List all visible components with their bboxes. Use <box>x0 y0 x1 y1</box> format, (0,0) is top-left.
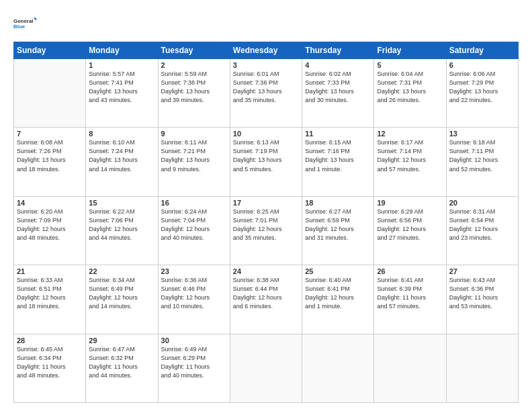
calendar-day-cell: 24Sunrise: 6:38 AMSunset: 6:44 PMDayligh… <box>230 265 302 334</box>
calendar-day-cell: 26Sunrise: 6:41 AMSunset: 6:39 PMDayligh… <box>374 265 446 334</box>
day-number: 5 <box>377 61 443 69</box>
day-info-line: and 52 minutes. <box>449 165 515 174</box>
day-info-line: and 23 minutes. <box>449 234 515 242</box>
day-info-line: Daylight: 13 hours <box>17 156 83 165</box>
day-info-line: and 22 minutes. <box>449 96 515 105</box>
day-info-line: Sunset: 7:21 PM <box>161 147 227 156</box>
calendar-day-cell: 9Sunrise: 6:11 AMSunset: 7:21 PMDaylight… <box>158 128 230 196</box>
day-info-line: Sunset: 7:31 PM <box>377 79 443 87</box>
day-number: 21 <box>17 267 83 275</box>
day-info-line: and 57 minutes. <box>377 165 443 174</box>
calendar-day-cell <box>302 334 374 402</box>
calendar-day-cell: 18Sunrise: 6:27 AMSunset: 6:59 PMDayligh… <box>302 196 374 265</box>
day-info-line: Daylight: 13 hours <box>449 87 515 96</box>
day-info-line: Daylight: 12 hours <box>305 225 371 234</box>
calendar-week-row: 7Sunrise: 6:08 AMSunset: 7:26 PMDaylight… <box>14 128 519 196</box>
day-info-line: Daylight: 13 hours <box>233 156 299 165</box>
day-info-line: Sunset: 7:26 PM <box>17 147 83 156</box>
day-info-line: Daylight: 12 hours <box>305 293 371 302</box>
page-header: General Blue <box>13 12 519 35</box>
day-info-line: Daylight: 12 hours <box>17 225 83 234</box>
day-info-line: Sunrise: 6:18 AM <box>449 138 515 147</box>
day-info-line: Sunrise: 6:41 AM <box>377 276 443 285</box>
calendar-day-cell <box>446 334 518 402</box>
day-number: 16 <box>161 199 227 207</box>
day-info-line: Sunrise: 6:01 AM <box>233 70 299 79</box>
calendar-day-cell: 29Sunrise: 6:47 AMSunset: 6:32 PMDayligh… <box>86 334 158 402</box>
day-info-line: Sunrise: 6:11 AM <box>161 138 227 147</box>
day-info-line: Sunrise: 6:17 AM <box>377 138 443 147</box>
day-info-line: Sunrise: 6:31 AM <box>449 208 515 216</box>
day-number: 23 <box>161 267 227 275</box>
day-info-line: and 30 minutes. <box>305 96 371 105</box>
day-info-line: Daylight: 12 hours <box>377 156 443 165</box>
day-info-line: Daylight: 13 hours <box>89 156 154 165</box>
day-info-line: and 5 minutes. <box>233 165 299 174</box>
day-info-line: Daylight: 12 hours <box>449 156 515 165</box>
calendar-day-cell: 11Sunrise: 6:15 AMSunset: 7:16 PMDayligh… <box>302 128 374 196</box>
day-info-line: Daylight: 12 hours <box>17 293 83 302</box>
day-info-line: Sunrise: 6:25 AM <box>233 208 299 216</box>
calendar-day-cell: 7Sunrise: 6:08 AMSunset: 7:26 PMDaylight… <box>14 128 86 196</box>
day-info-line: Sunrise: 6:13 AM <box>233 138 299 147</box>
day-number: 20 <box>449 199 515 207</box>
day-info-line: Sunset: 6:39 PM <box>377 285 443 293</box>
calendar-day-cell: 3Sunrise: 6:01 AMSunset: 7:36 PMDaylight… <box>230 59 302 128</box>
day-info-line: and 18 minutes. <box>17 302 83 311</box>
calendar-day-cell: 2Sunrise: 5:59 AMSunset: 7:38 PMDaylight… <box>158 59 230 128</box>
day-info-line: Sunrise: 6:20 AM <box>17 208 83 216</box>
day-info-line: Daylight: 13 hours <box>305 156 371 165</box>
day-info-line: Sunset: 6:44 PM <box>233 285 299 293</box>
day-number: 8 <box>89 130 154 138</box>
day-number: 2 <box>161 61 227 69</box>
day-info-line: Sunrise: 6:15 AM <box>305 138 371 147</box>
day-info-line: Sunrise: 6:38 AM <box>233 276 299 285</box>
calendar-week-row: 21Sunrise: 6:33 AMSunset: 6:51 PMDayligh… <box>14 265 519 334</box>
day-info-line: Sunrise: 6:47 AM <box>89 345 154 354</box>
day-info-line: Sunset: 6:51 PM <box>17 285 83 293</box>
calendar-day-cell: 8Sunrise: 6:10 AMSunset: 7:24 PMDaylight… <box>86 128 158 196</box>
calendar-day-cell: 15Sunrise: 6:22 AMSunset: 7:06 PMDayligh… <box>86 196 158 265</box>
day-number: 3 <box>233 61 299 69</box>
day-info-line: Sunrise: 6:36 AM <box>161 276 227 285</box>
day-info-line: Sunrise: 6:04 AM <box>377 70 443 79</box>
day-number: 29 <box>89 336 154 345</box>
day-info-line: and 6 minutes. <box>233 302 299 311</box>
day-info-line: Daylight: 12 hours <box>161 293 227 302</box>
day-info-line: and 48 minutes. <box>17 234 83 242</box>
day-info-line: and 9 minutes. <box>161 165 227 174</box>
day-info-line: Daylight: 12 hours <box>89 293 154 302</box>
day-info-line: Sunset: 6:32 PM <box>89 354 154 363</box>
day-info-line: Sunset: 6:59 PM <box>305 216 371 225</box>
day-info-line: Daylight: 13 hours <box>305 87 371 96</box>
calendar-day-cell <box>14 59 86 128</box>
calendar-day-cell: 6Sunrise: 6:06 AMSunset: 7:29 PMDaylight… <box>446 59 518 128</box>
day-info-line: Sunrise: 5:57 AM <box>89 70 154 79</box>
day-info-line: and 40 minutes. <box>161 371 227 380</box>
svg-text:Blue: Blue <box>13 24 26 30</box>
day-info-line: Sunset: 7:33 PM <box>305 79 371 87</box>
day-number: 12 <box>377 130 443 138</box>
day-info-line: and 35 minutes. <box>233 234 299 242</box>
day-number: 4 <box>305 61 371 69</box>
calendar-day-cell: 13Sunrise: 6:18 AMSunset: 7:11 PMDayligh… <box>446 128 518 196</box>
calendar-day-cell: 5Sunrise: 6:04 AMSunset: 7:31 PMDaylight… <box>374 59 446 128</box>
calendar-day-cell: 30Sunrise: 6:49 AMSunset: 6:29 PMDayligh… <box>158 334 230 402</box>
day-info-line: and 10 minutes. <box>161 302 227 311</box>
day-info-line: Daylight: 12 hours <box>233 293 299 302</box>
day-info-line: and 1 minute. <box>305 165 371 174</box>
day-info-line: Sunrise: 6:10 AM <box>89 138 154 147</box>
calendar-day-cell: 19Sunrise: 6:29 AMSunset: 6:56 PMDayligh… <box>374 196 446 265</box>
day-info-line: Sunset: 6:29 PM <box>161 354 227 363</box>
day-info-line: Daylight: 12 hours <box>377 225 443 234</box>
day-info-line: Sunrise: 6:24 AM <box>161 208 227 216</box>
day-info-line: Daylight: 13 hours <box>89 87 154 96</box>
calendar-day-cell: 10Sunrise: 6:13 AMSunset: 7:19 PMDayligh… <box>230 128 302 196</box>
calendar-body: 1Sunrise: 5:57 AMSunset: 7:41 PMDaylight… <box>14 59 519 403</box>
day-info-line: Daylight: 12 hours <box>449 225 515 234</box>
day-number: 6 <box>449 61 515 69</box>
weekday-header-cell: Sunday <box>14 42 86 59</box>
day-info-line: Sunset: 7:41 PM <box>89 79 154 87</box>
day-info-line: Sunrise: 6:27 AM <box>305 208 371 216</box>
weekday-header-cell: Tuesday <box>158 42 230 59</box>
